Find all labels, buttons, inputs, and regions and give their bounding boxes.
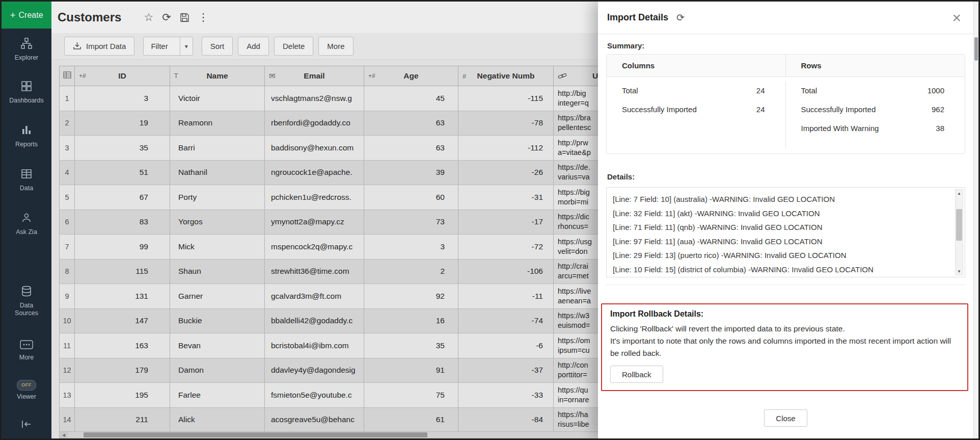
cell-email[interactable]: fsmieton5e@youtube.c (265, 383, 364, 408)
sidebar-item-dashboards[interactable]: Dashboards (2, 80, 51, 105)
table-row[interactable]: 9 131 Garner gcalvard3m@ft.com 92 -11 ht… (59, 284, 666, 309)
sidebar-item-ask-zia[interactable]: Ask Zia (2, 212, 51, 236)
cell-id[interactable]: 211 (75, 408, 170, 433)
cell-negative-number[interactable]: -11 (458, 284, 554, 309)
cell-name[interactable]: Barri (170, 136, 265, 161)
details-scrollbar-thumb[interactable] (956, 209, 962, 241)
cell-name[interactable]: Porty (170, 185, 265, 210)
table-row[interactable]: 8 115 Shaun strewhitt36@time.com 2 -106 … (59, 260, 666, 284)
cell-negative-number[interactable]: -106 (458, 260, 554, 284)
cell-age[interactable]: 75 (364, 383, 458, 408)
table-row[interactable]: 14 211 Alick acosgreave5u@behanc 61 -84 … (59, 408, 666, 433)
cell-age[interactable]: 39 (364, 161, 458, 186)
cell-name[interactable]: Farlee (170, 383, 265, 408)
cell-id[interactable]: 131 (75, 284, 170, 309)
refresh-icon[interactable]: ⟳ (676, 12, 685, 23)
cell-id[interactable]: 19 (75, 111, 170, 136)
cell-name[interactable]: Damon (170, 358, 265, 383)
cell-email[interactable]: bcristobal4i@ibm.com (265, 333, 364, 358)
create-button[interactable]: + Create (2, 2, 51, 29)
scroll-down-arrow-icon[interactable]: ▼ (956, 268, 963, 275)
sidebar-item-viewer[interactable]: OFF Viewer (2, 380, 51, 401)
cell-age[interactable]: 61 (364, 408, 458, 433)
cell-age[interactable]: 63 (364, 111, 458, 136)
delete-button[interactable]: Delete (274, 37, 313, 56)
cell-id[interactable]: 99 (75, 235, 170, 260)
details-scrollbar[interactable]: ▲ ▼ (955, 189, 963, 275)
page-scrollbar-thumb[interactable] (974, 37, 978, 61)
cell-negative-number[interactable]: -84 (458, 408, 554, 433)
cell-name[interactable]: Reamonn (170, 111, 265, 136)
cell-negative-number[interactable]: -31 (458, 185, 554, 210)
cell-id[interactable]: 195 (75, 383, 170, 408)
table-row[interactable]: 7 99 Mick mspencock2q@mapy.c 3 -72 https… (59, 235, 666, 260)
cell-email[interactable]: strewhitt36@time.com (265, 260, 364, 284)
save-icon[interactable] (180, 13, 189, 22)
cell-negative-number[interactable]: -6 (458, 333, 554, 358)
cell-email[interactable]: ymynott2a@mapy.cz (265, 210, 364, 235)
chevron-down-icon[interactable]: ▾ (180, 37, 193, 55)
cell-age[interactable]: 91 (364, 358, 458, 383)
close-button[interactable]: Close (764, 409, 807, 427)
table-row[interactable]: 1 3 Victoir vschlagtmans2@nsw.g 45 -115 … (59, 86, 666, 111)
table-row[interactable]: 2 19 Reamonn rbenfordi@godaddy.co 63 -78… (59, 111, 666, 136)
cell-name[interactable]: Buckie (170, 309, 265, 334)
cell-email[interactable]: ddavley4y@dagondesig (265, 358, 364, 383)
cell-name[interactable]: Alick (170, 408, 265, 433)
cell-age[interactable]: 63 (364, 136, 458, 161)
cell-name[interactable]: Bevan (170, 333, 265, 358)
cell-name[interactable]: Nathanil (170, 161, 265, 186)
cell-name[interactable]: Yorgos (170, 210, 265, 235)
cell-age[interactable]: 16 (364, 309, 458, 334)
cell-name[interactable]: Victoir (170, 86, 265, 111)
cell-email[interactable]: baddisony@hexun.com (265, 136, 364, 161)
cell-negative-number[interactable]: -74 (458, 309, 554, 334)
cell-negative-number[interactable]: -112 (458, 136, 554, 161)
cell-email[interactable]: mspencock2q@mapy.c (265, 235, 364, 260)
more-button[interactable]: More (318, 37, 353, 56)
cell-id[interactable]: 147 (75, 309, 170, 334)
filter-button[interactable]: Filter ▾ (143, 37, 193, 56)
cell-negative-number[interactable]: -37 (458, 358, 554, 383)
cell-negative-number[interactable]: -26 (458, 161, 554, 186)
cell-negative-number[interactable]: -78 (458, 111, 554, 136)
cell-name[interactable]: Shaun (170, 260, 265, 284)
page-vertical-scrollbar[interactable] (973, 2, 978, 438)
column-header-name[interactable]: T Name (170, 66, 265, 86)
cell-email[interactable]: bbaldelli42@godaddy.c (265, 309, 364, 334)
column-header-email[interactable]: ✉ Email (265, 66, 364, 86)
import-data-button[interactable]: Import Data (64, 37, 134, 56)
refresh-icon[interactable]: ⟳ (162, 11, 171, 23)
cell-id[interactable]: 3 (75, 86, 170, 111)
close-icon[interactable]: × (952, 13, 961, 23)
cell-id[interactable]: 83 (75, 210, 170, 235)
cell-negative-number[interactable]: -115 (458, 86, 554, 111)
favorite-star-icon[interactable]: ☆ (144, 11, 153, 23)
cell-email[interactable]: acosgreave5u@behanc (265, 408, 364, 433)
sidebar-item-more[interactable]: More (2, 340, 51, 361)
cell-negative-number[interactable]: -33 (458, 383, 554, 408)
cell-age[interactable]: 35 (364, 333, 458, 358)
horizontal-scrollbar-thumb[interactable] (84, 432, 427, 437)
cell-age[interactable]: 73 (364, 210, 458, 235)
cell-name[interactable]: Mick (170, 235, 265, 260)
scroll-left-arrow-icon[interactable]: ◀ (60, 432, 68, 438)
cell-age[interactable]: 92 (364, 284, 458, 309)
sort-button[interactable]: Sort (202, 37, 233, 56)
cell-email[interactable]: gcalvard3m@ft.com (265, 284, 364, 309)
sidebar-item-explorer[interactable]: Explorer (2, 37, 51, 62)
cell-id[interactable]: 51 (75, 161, 170, 186)
table-row[interactable]: 5 67 Porty pchicken1u@redcross. 60 -31 h… (59, 185, 666, 210)
table-row[interactable]: 11 163 Bevan bcristobal4i@ibm.com 35 -6 … (59, 333, 666, 358)
cell-id[interactable]: 67 (75, 185, 170, 210)
sidebar-collapse-button[interactable] (2, 420, 51, 431)
rollback-button[interactable]: Rollback (610, 366, 663, 383)
table-row[interactable]: 12 179 Damon ddavley4y@dagondesig 91 -37… (59, 358, 666, 383)
table-row[interactable]: 10 147 Buckie bbaldelli42@godaddy.c 16 -… (59, 309, 666, 334)
cell-email[interactable]: rbenfordi@godaddy.co (265, 111, 364, 136)
sidebar-item-reports[interactable]: Reports (2, 124, 51, 148)
horizontal-scrollbar[interactable]: ◀ (59, 431, 630, 438)
viewer-off-toggle[interactable]: OFF (17, 380, 36, 391)
table-row[interactable]: 3 35 Barri baddisony@hexun.com 63 -112 h… (59, 136, 666, 161)
column-header-id[interactable]: +# ID (75, 66, 170, 86)
